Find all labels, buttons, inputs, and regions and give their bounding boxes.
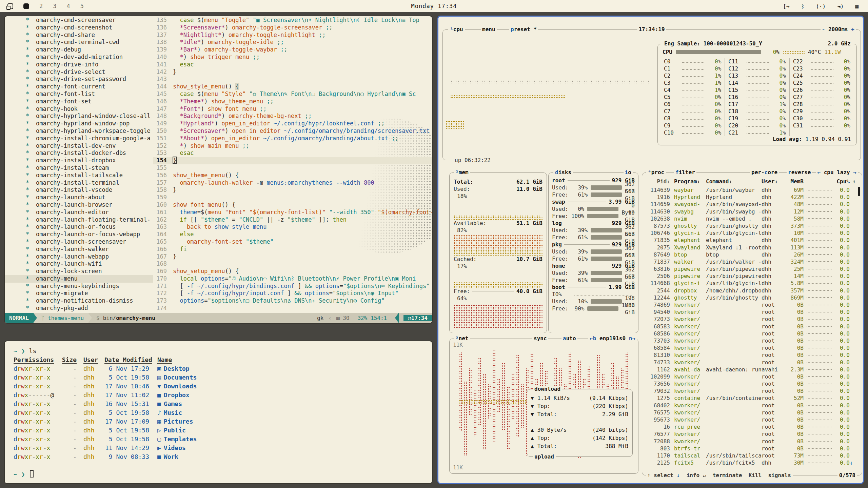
process-row[interactable]: 73656kworker/root0B0.0 — [646, 380, 856, 387]
folder-name[interactable]: ▼Downloads — [157, 382, 197, 391]
mem-box-title[interactable]: ²mem — [454, 169, 470, 176]
process-row[interactable]: 81310kworker/root0B0.0 — [646, 351, 856, 359]
file-list-item[interactable]: *omarchy-launch-or-focus-webapp — [5, 231, 153, 238]
file-list-item[interactable]: *omarchy-font-set — [5, 98, 153, 105]
file-list-item[interactable]: *omarchy-install-dev-env — [5, 142, 153, 150]
network-icon[interactable]: (·) — [816, 3, 826, 9]
shell-prompt[interactable]: ~❯ — [14, 470, 432, 479]
proc-box-title[interactable]: ⁴proc — [646, 169, 666, 176]
process-row[interactable]: 114630swaybg/usr/bin/swaybg -i /homdhh12… — [646, 208, 856, 215]
file-list-item[interactable]: *omarchy-hyprland-window-pop — [5, 120, 153, 127]
file-list-item[interactable]: *omarchy-launch-browser — [5, 201, 153, 209]
file-list-item[interactable]: *omarchy-install-steam — [5, 164, 153, 172]
ls-row[interactable]: drwx------@-dhh17 Nov 11:02■Dropbox — [14, 391, 432, 400]
ls-row[interactable]: drwxr-xr-x-dhh6 Nov 17:29▣Desktop — [14, 364, 432, 373]
file-list-item[interactable]: *omarchy-launch-walker — [5, 246, 153, 253]
process-row[interactable]: 76577kworker/root0B0.0 — [646, 430, 856, 438]
file-list-item[interactable]: *omarchy-install-chromium-google-a — [5, 135, 153, 142]
volume-icon[interactable]: ◄) — [837, 3, 844, 9]
proc-footer-keys[interactable]: ↑ select ↓ info ↵ terminate Kill signals — [646, 472, 793, 479]
ls-row[interactable]: drwxr-xr-x-dhh9 Nov 08:33■Work — [14, 452, 432, 461]
process-row[interactable]: 2125fcitx5/usr/bin/fcitx5dhh30M0.0↓ — [646, 459, 856, 466]
file-list-item[interactable]: *omarchy-lock-screen — [5, 268, 153, 275]
preset-button[interactable]: preset * — [509, 26, 538, 33]
file-list-item[interactable]: *omarchy-dev-add-migration — [5, 54, 153, 61]
folder-name[interactable]: ▷Public — [157, 426, 186, 435]
process-table-header[interactable]: Pid: Program: Command: User: MemB Cpu% ↑ — [646, 178, 856, 185]
file-list-item[interactable]: *omarchy-install-docker-dbs — [5, 149, 153, 157]
net-box-title[interactable]: ³net — [454, 335, 470, 342]
file-list-item[interactable]: *omarchy-cmd-screensaver — [5, 17, 153, 24]
per-core-tab[interactable]: per-core — [750, 169, 779, 176]
auto-tab[interactable]: auto — [561, 335, 577, 342]
folder-name[interactable]: ■Games — [157, 400, 182, 408]
file-list-item[interactable]: *omarchy-install-tailscale — [5, 172, 153, 179]
screencast-icon[interactable]: [→ — [783, 3, 789, 9]
menu-button[interactable]: menu — [481, 26, 497, 33]
ls-row[interactable]: drwxr-xr-x-dhh5 Oct 19:58♪Music — [14, 408, 432, 417]
process-row[interactable]: 1162avahi-daavahi-daemon: running [avahi… — [646, 366, 856, 373]
file-list-item[interactable]: *omarchy-pkg-add — [5, 305, 153, 312]
cpu-box-title[interactable]: ¹cpu — [448, 26, 465, 33]
reverse-tab[interactable]: reverse — [787, 169, 812, 176]
file-list-item[interactable]: *omarchy-launch-wifi — [5, 260, 153, 268]
cpu-chip-icon[interactable]: ▦ — [855, 3, 859, 9]
process-row[interactable]: 94540kworker/root0B0.0 — [646, 308, 856, 316]
terminal-cursor[interactable] — [30, 470, 34, 477]
ls-row[interactable]: drwxr-xr-x-dhh5 Oct 19:58▢Templates — [14, 435, 432, 444]
process-row[interactable]: 74869kworker/root0B0.0 — [646, 301, 856, 308]
file-list-item[interactable]: *omarchy-launch-editor — [5, 209, 153, 216]
io-tab[interactable]: io — [624, 169, 633, 176]
folder-name[interactable]: ▣Desktop — [157, 364, 190, 373]
file-list-item[interactable]: *omarchy-launch-screensaver — [5, 238, 153, 246]
process-row[interactable]: 68583kworker/root0B0.0 — [646, 323, 856, 330]
file-list-item[interactable]: *omarchy-install-vscode — [5, 186, 153, 194]
process-row[interactable]: 68402kworker/root0B0.0 — [646, 402, 856, 409]
folder-name[interactable]: ■Work — [157, 452, 178, 461]
file-list-item[interactable]: *omarchy-hyprland-workspace-toggle — [5, 127, 153, 135]
file-list-item[interactable]: *omarchy-launch-about — [5, 194, 153, 201]
folder-name[interactable]: ▤Documents — [157, 373, 197, 382]
file-list-item[interactable]: *omarchy-install-dropbox — [5, 157, 153, 164]
process-row[interactable]: 12244ghostty/usr/bin/ghostty --gtk-dhh86… — [646, 294, 856, 301]
process-row[interactable]: 72088kworker/root0B0.0 — [646, 438, 856, 445]
process-row[interactable]: 1275containe/usr/bin/containerdroot52M0.… — [646, 394, 856, 402]
file-list-item[interactable]: *omarchy-drive-set-password — [5, 76, 153, 83]
process-row[interactable]: 73703kworker/root0B0.0 — [646, 337, 856, 344]
file-list-item[interactable]: *omarchy-migrate — [5, 290, 153, 297]
process-row[interactable]: 2544dropbox/home/dhh/.dropbox-distdhh357… — [646, 287, 856, 294]
ls-row[interactable]: drwxr-xr-x-dhh5 Oct 19:58▤Documents — [14, 373, 432, 382]
process-row[interactable]: 74733kworker/root0B0.0 — [646, 359, 856, 366]
process-row[interactable]: 114668glycin-i/usr/lib/glycin-loadersdhh… — [646, 280, 856, 287]
process-row[interactable]: 95673kworker/root0B0.0 — [646, 416, 856, 423]
ls-row[interactable]: drwxr-xr-x-dhh17 Nov 17:09▦Pictures — [14, 417, 432, 426]
file-list-item[interactable]: *omarchy-notification-dismiss — [5, 297, 153, 305]
process-row[interactable]: 79032kworker/root0B0.0 — [646, 387, 856, 394]
code-pane[interactable]: 135 case $(menu "Toggle" "▣ Screensaver\… — [153, 16, 432, 313]
file-list-item[interactable]: *omarchy-drive-select — [5, 68, 153, 76]
file-list-item[interactable]: *omarchy-menu-keybindings — [5, 283, 153, 290]
process-table[interactable]: 114639waybar/usr/bin/waybardhh69M0.01916… — [646, 186, 856, 468]
process-row[interactable]: 68586kworker/root0B0.0 — [646, 330, 856, 337]
process-row[interactable]: 803btrfs-trroot0B0.0 — [646, 445, 856, 452]
sort-selector[interactable]: ← cpu lazy → — [816, 169, 858, 176]
file-list-item[interactable]: *omarchy-drive-info — [5, 61, 153, 68]
process-row[interactable]: 16rcu_preeroot0B0.0 — [646, 423, 856, 430]
process-row[interactable]: 76575kworker/root0B0.0 — [646, 409, 856, 416]
sync-tab[interactable]: sync — [532, 335, 548, 342]
file-list-item[interactable]: *omarchy-menu — [5, 275, 153, 283]
process-row[interactable]: 87573ghostty/usr/bin/ghostty --gtk-dhh37… — [646, 222, 856, 229]
file-list-item[interactable]: *omarchy-cmd-screenshot — [5, 24, 153, 32]
folder-name[interactable]: ▶Videos — [157, 444, 186, 452]
ls-row[interactable]: drwxr-xr-x-dhh16 Nov 15:31■Games — [14, 400, 432, 408]
file-list-pane[interactable]: *omarchy-cmd-screensaver*omarchy-cmd-scr… — [5, 16, 153, 313]
process-row[interactable]: 106746glycin-i/usr/lib/glycin-loadersdhh… — [646, 229, 856, 237]
file-list-item[interactable]: *omarchy-debug — [5, 46, 153, 54]
refresh-interval[interactable]: - 2000ms + — [821, 26, 856, 33]
disks-box-title[interactable]: disks — [553, 169, 573, 176]
ls-row[interactable]: drwxr-xr-x-dhh11 Nov 14:29▶Videos — [14, 444, 432, 452]
process-row[interactable]: 63816pipewire/usr/bin/pipewiredhh25M0.0 — [646, 265, 856, 272]
filter-tab[interactable]: filter — [674, 169, 696, 176]
process-row[interactable]: 114659swayosd-/usr/bin/swayosd-serverdhh… — [646, 201, 856, 208]
process-row[interactable]: 71835elephantelephantdhh401M0.0 — [646, 237, 856, 244]
